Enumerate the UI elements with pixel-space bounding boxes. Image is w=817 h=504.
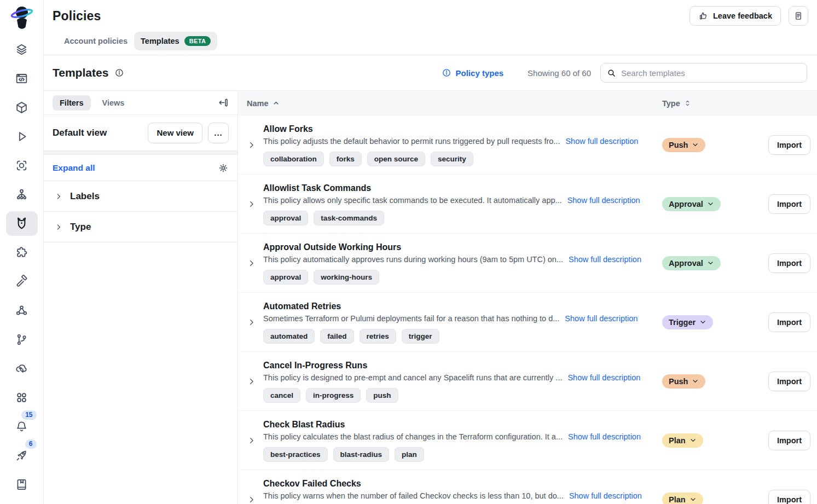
nav-launchpad-rocket-icon[interactable]: 6 <box>6 443 38 468</box>
search-input[interactable] <box>621 68 801 78</box>
tag-pill[interactable]: blast-radius <box>333 447 390 462</box>
nav-hierarchy-icon[interactable] <box>6 182 38 207</box>
panel-spacer <box>44 151 237 155</box>
import-button[interactable]: Import <box>768 490 810 504</box>
tag-pill[interactable]: approval <box>263 211 308 225</box>
header-actions: Leave feedback <box>689 6 808 26</box>
expand-row-chevron-icon[interactable] <box>247 259 256 267</box>
expand-row-chevron-icon[interactable] <box>247 495 256 503</box>
table-body: Allow Forks This policy adjusts the defa… <box>238 115 817 504</box>
import-button[interactable]: Import <box>768 431 810 450</box>
show-full-description-link[interactable]: Show full description <box>565 137 638 146</box>
type-badge[interactable]: Approval <box>662 197 721 211</box>
tab-views[interactable]: Views <box>95 95 132 111</box>
template-row: Checkov Failed Checks This policy warns … <box>238 470 817 504</box>
import-button[interactable]: Import <box>768 372 810 391</box>
nav-notifications-bell-icon[interactable]: 15 <box>6 414 38 439</box>
collapse-panel-icon[interactable] <box>217 97 229 108</box>
leave-feedback-button[interactable]: Leave feedback <box>689 6 781 26</box>
type-badge[interactable]: Push <box>662 138 705 152</box>
nav-cloud-sync-icon[interactable] <box>6 356 38 381</box>
import-button[interactable]: Import <box>768 253 810 273</box>
launchpad-count-badge: 6 <box>25 439 37 449</box>
show-full-description-link[interactable]: Show full description <box>567 196 640 205</box>
tag-pill[interactable]: push <box>366 388 398 403</box>
column-header-name[interactable]: Name <box>247 91 279 115</box>
tag-pill[interactable]: task-commands <box>314 211 384 225</box>
tag-pill[interactable]: retries <box>360 329 396 344</box>
leave-feedback-label: Leave feedback <box>713 11 772 20</box>
policy-types-link[interactable]: Policy types <box>442 68 504 78</box>
expand-all-link[interactable]: Expand all <box>53 163 95 173</box>
type-badge[interactable]: Plan <box>662 433 703 448</box>
nav-hammer-icon[interactable] <box>6 269 38 294</box>
expand-row-chevron-icon[interactable] <box>247 377 256 385</box>
nav-cube-icon[interactable] <box>6 95 38 120</box>
nav-code-window-icon[interactable] <box>6 66 38 91</box>
type-badge[interactable]: Approval <box>662 256 721 270</box>
changelog-document-button[interactable] <box>789 6 808 26</box>
tag-pill[interactable]: failed <box>320 329 354 344</box>
nav-policies-shield-icon[interactable] <box>6 211 38 236</box>
tab-account-policies[interactable]: Account policies <box>57 32 134 50</box>
nav-viewfinder-icon[interactable] <box>6 153 38 178</box>
search-icon <box>607 68 616 78</box>
filter-group-labels[interactable]: Labels <box>44 181 237 212</box>
tag-pill[interactable]: plan <box>395 447 424 462</box>
tag-pill[interactable]: security <box>431 152 473 166</box>
tag-pill[interactable]: working-hours <box>314 270 379 285</box>
nav-play-icon[interactable] <box>6 124 38 149</box>
filter-group-type[interactable]: Type <box>44 212 237 242</box>
tag-pill[interactable]: automated <box>263 329 315 344</box>
type-badge-label: Plan <box>669 436 686 445</box>
tag-pill[interactable]: approval <box>263 270 308 285</box>
import-button[interactable]: Import <box>768 135 810 155</box>
gear-icon[interactable] <box>218 163 229 173</box>
template-name: Allow Forks <box>263 124 817 134</box>
import-button[interactable]: Import <box>768 312 810 332</box>
tab-templates[interactable]: Templates BETA <box>134 32 217 50</box>
filters-panel-tabs: Filters Views <box>44 91 237 115</box>
beta-badge: BETA <box>184 36 211 46</box>
type-badge[interactable]: Trigger <box>662 315 713 329</box>
tag-pill[interactable]: best-practices <box>263 447 328 462</box>
import-button[interactable]: Import <box>768 194 810 214</box>
nav-apps-grid-icon[interactable] <box>6 385 38 410</box>
nav-git-branch-icon[interactable] <box>6 327 38 352</box>
spacelift-logo-icon[interactable] <box>10 4 34 30</box>
chevron-right-icon <box>55 223 62 231</box>
nav-book-icon[interactable] <box>6 472 38 497</box>
templates-toolbar: Templates Policy types Showing 60 of 60 <box>44 55 817 91</box>
show-full-description-link[interactable]: Show full description <box>565 314 638 323</box>
nav-puzzle-icon[interactable] <box>6 240 38 265</box>
expand-row-chevron-icon[interactable] <box>247 436 256 444</box>
view-more-button[interactable]: ... <box>208 123 229 143</box>
expand-row-chevron-icon[interactable] <box>247 200 256 208</box>
expand-row-chevron-icon[interactable] <box>247 141 256 149</box>
filters-panel: Filters Views Default view New view ... <box>44 91 238 504</box>
chevron-down-icon <box>689 496 697 503</box>
nav-nodes-icon[interactable] <box>6 298 38 323</box>
show-full-description-link[interactable]: Show full description <box>567 373 640 382</box>
row-main: Allow Forks This policy adjusts the defa… <box>263 115 817 166</box>
chevron-down-icon <box>692 378 699 385</box>
expand-row-chevron-icon[interactable] <box>247 318 256 326</box>
show-full-description-link[interactable]: Show full description <box>569 491 642 500</box>
tag-pill[interactable]: in-progress <box>306 388 361 403</box>
tag-pill[interactable]: open source <box>367 152 425 166</box>
default-view-row: Default view New view ... <box>44 115 237 151</box>
column-header-type[interactable]: Type <box>662 91 691 115</box>
nav-layers-icon[interactable] <box>6 37 38 62</box>
type-badge[interactable]: Push <box>662 374 705 389</box>
app-root: 15 6 Policies <box>0 0 817 504</box>
new-view-button[interactable]: New view <box>148 123 202 143</box>
show-full-description-link[interactable]: Show full description <box>569 255 641 264</box>
tag-pill[interactable]: collaboration <box>263 152 324 166</box>
tag-pill[interactable]: trigger <box>402 329 439 344</box>
templates-info-icon[interactable] <box>114 68 124 78</box>
tag-pill[interactable]: cancel <box>263 388 300 403</box>
tab-filters[interactable]: Filters <box>53 95 91 111</box>
show-full-description-link[interactable]: Show full description <box>568 432 641 441</box>
tag-pill[interactable]: forks <box>329 152 362 166</box>
type-badge[interactable]: Plan <box>662 493 703 504</box>
